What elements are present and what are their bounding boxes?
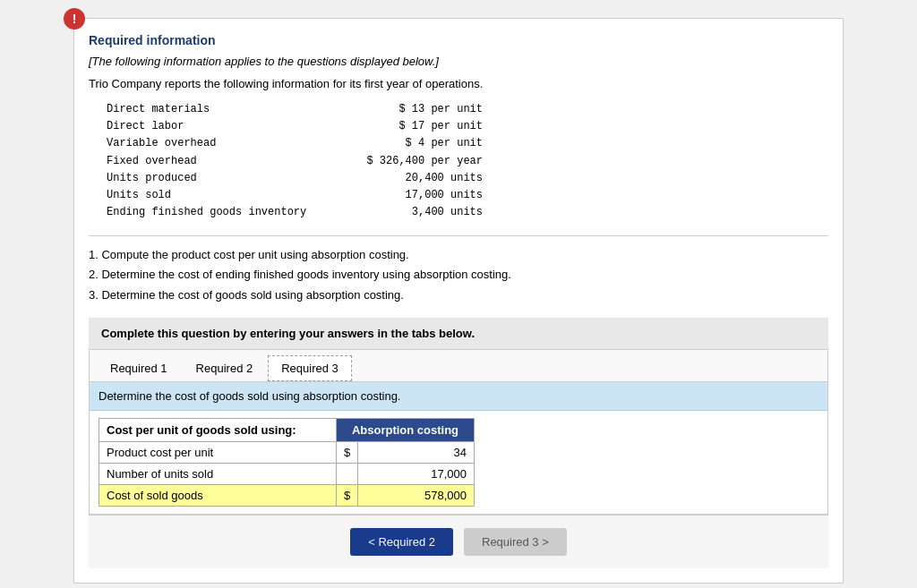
data-value: $ 13 per unit <box>339 101 483 118</box>
data-value: $ 326,400 per year <box>339 153 483 170</box>
col2-header: Absorption costing <box>337 418 475 441</box>
tab-content-header: Determine the cost of goods sold using a… <box>90 382 827 411</box>
row-value: 17,000 <box>358 463 475 484</box>
dollar-sign: $ <box>337 441 358 463</box>
question-item: 2. Determine the cost of ending finished… <box>89 265 828 285</box>
data-value: 17,000 units <box>339 187 483 204</box>
data-table: Direct materials$ 13 per unitDirect labo… <box>107 101 828 221</box>
table-row: Product cost per unit $ 34 <box>99 441 475 463</box>
questions-section: 1. Compute the product cost per unit usi… <box>89 245 828 304</box>
intro-text: Trio Company reports the following infor… <box>89 77 828 90</box>
question-item: 3. Determine the cost of goods sold usin… <box>89 285 828 305</box>
next-button[interactable]: Required 3 > <box>464 528 567 556</box>
tab-required-3[interactable]: Required 3 <box>268 355 352 381</box>
data-row: Variable overhead$ 4 per unit <box>107 135 828 152</box>
row-label: Cost of sold goods <box>99 484 337 506</box>
data-label: Ending finished goods inventory <box>107 204 339 221</box>
alert-icon: ! <box>64 8 85 30</box>
tab-required-1[interactable]: Required 1 <box>97 355 181 381</box>
tabs-row: Required 1Required 2Required 3 <box>90 350 827 382</box>
data-label: Fixed overhead <box>107 153 339 170</box>
dollar-sign: $ <box>337 484 358 506</box>
data-value: $ 17 per unit <box>339 118 483 135</box>
row-value: 34 <box>358 441 475 463</box>
main-container: ! Required information [The following in… <box>73 18 844 584</box>
data-value: 20,400 units <box>339 170 483 187</box>
table-row: Cost of sold goods $ 578,000 <box>99 484 475 506</box>
data-label: Direct materials <box>107 101 339 118</box>
row-label: Product cost per unit <box>99 441 337 463</box>
row-value: 578,000 <box>358 484 475 506</box>
data-row: Fixed overhead$ 326,400 per year <box>107 153 828 170</box>
complete-box: Complete this question by entering your … <box>89 318 828 349</box>
tabs-area: Required 1Required 2Required 3 Determine… <box>89 349 828 515</box>
table-row: Number of units sold 17,000 <box>99 463 475 484</box>
dollar-sign <box>337 463 358 484</box>
data-value: $ 4 per unit <box>339 135 483 152</box>
data-label: Variable overhead <box>107 135 339 152</box>
cost-table-container: Cost per unit of goods sold using: Absor… <box>90 411 827 514</box>
data-label: Units produced <box>107 170 339 187</box>
data-row: Ending finished goods inventory3,400 uni… <box>107 204 828 221</box>
question-item: 1. Compute the product cost per unit usi… <box>89 245 828 265</box>
tab-required-2[interactable]: Required 2 <box>183 355 267 381</box>
col1-header: Cost per unit of goods sold using: <box>99 418 337 441</box>
row-label: Number of units sold <box>99 463 337 484</box>
data-label: Units sold <box>107 187 339 204</box>
cost-table: Cost per unit of goods sold using: Absor… <box>99 418 475 507</box>
data-row: Units sold17,000 units <box>107 187 828 204</box>
prev-button[interactable]: < Required 2 <box>350 528 453 556</box>
data-label: Direct labor <box>107 118 339 135</box>
intro-italic: [The following information applies to th… <box>89 55 828 68</box>
data-row: Direct materials$ 13 per unit <box>107 101 828 118</box>
data-value: 3,400 units <box>339 204 483 221</box>
data-row: Direct labor$ 17 per unit <box>107 118 828 135</box>
required-info-title: Required information <box>89 33 828 47</box>
data-row: Units produced20,400 units <box>107 170 828 187</box>
nav-buttons: < Required 2 Required 3 > <box>89 515 828 568</box>
divider <box>89 235 828 236</box>
